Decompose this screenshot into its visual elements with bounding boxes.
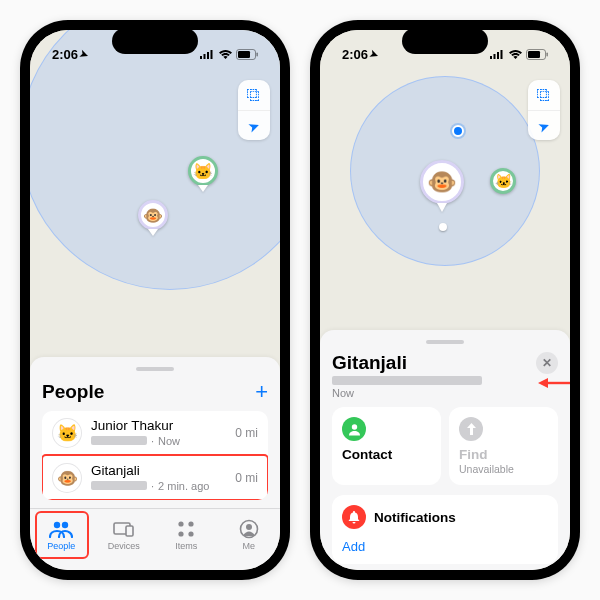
- detail-title: Gitanjali: [332, 352, 407, 374]
- cellular-icon: [200, 49, 215, 59]
- map-view[interactable]: 🐱 🐵 ⿻ ➤: [320, 30, 570, 330]
- pin-shadow-dot: [439, 223, 447, 231]
- map-controls: ⿻ ➤: [238, 80, 270, 140]
- cat-avatar-icon: 🐱: [188, 156, 218, 186]
- detail-timestamp: Now: [332, 387, 354, 399]
- svg-point-13: [179, 531, 184, 536]
- svg-rect-22: [528, 51, 540, 58]
- card-label: Contact: [342, 447, 431, 462]
- monkey-avatar-icon: 🐵: [52, 463, 82, 493]
- card-sublabel: Unavailable: [459, 463, 548, 475]
- person-distance: 0 mi: [235, 426, 258, 440]
- redacted-location: [91, 436, 147, 445]
- phone-right: 2:06 ➤ 🐱 🐵: [310, 20, 580, 580]
- add-notification-button[interactable]: Add: [342, 533, 548, 554]
- monkey-avatar-icon: 🐵: [138, 200, 168, 230]
- wifi-icon: [508, 49, 523, 60]
- map-pin-gitanjali-selected[interactable]: 🐵: [420, 160, 464, 212]
- svg-point-12: [189, 521, 194, 526]
- people-panel[interactable]: People + 🐱 Junior Thakur ·Now 0 mi 🐵: [30, 357, 280, 508]
- location-services-icon: ➤: [368, 47, 379, 60]
- location-arrow-icon: ➤: [246, 116, 263, 135]
- map-style-button[interactable]: ⿻: [528, 80, 560, 110]
- svg-point-26: [351, 424, 356, 429]
- person-name: Gitanjali: [91, 464, 226, 479]
- notifications-section: Notifications Add: [332, 495, 558, 564]
- me-icon: [239, 518, 259, 540]
- person-timestamp: 2 min. ago: [158, 480, 209, 492]
- map-pin-junior[interactable]: 🐱: [490, 168, 516, 194]
- cat-avatar-icon: 🐱: [490, 168, 516, 194]
- battery-icon: [526, 49, 548, 60]
- locate-me-button[interactable]: ➤: [238, 110, 270, 140]
- map-style-button[interactable]: ⿻: [238, 80, 270, 110]
- find-card[interactable]: Find Unavailable: [449, 407, 558, 485]
- svg-rect-3: [211, 50, 213, 59]
- tab-label: Me: [242, 541, 255, 551]
- tab-devices[interactable]: Devices: [93, 509, 156, 560]
- tab-label: Devices: [108, 541, 140, 551]
- location-arrow-icon: ➤: [536, 116, 553, 135]
- location-services-icon: ➤: [78, 47, 89, 60]
- map-pin-gitanjali[interactable]: 🐵: [138, 200, 168, 236]
- svg-rect-10: [126, 526, 133, 536]
- panel-title: People: [42, 381, 104, 403]
- close-button[interactable]: ✕: [536, 352, 558, 374]
- svg-rect-1: [204, 54, 206, 59]
- svg-rect-2: [207, 52, 209, 59]
- svg-point-11: [179, 521, 184, 526]
- person-timestamp: Now: [158, 435, 180, 447]
- svg-rect-18: [494, 54, 496, 59]
- svg-point-16: [246, 524, 252, 530]
- items-icon: [176, 518, 196, 540]
- contact-card[interactable]: Contact: [332, 407, 441, 485]
- section-label: Notifications: [374, 510, 456, 525]
- tab-me[interactable]: Me: [218, 509, 281, 560]
- monkey-avatar-icon: 🐵: [420, 160, 464, 204]
- cat-avatar-icon: 🐱: [52, 418, 82, 448]
- my-location-dot: [452, 125, 464, 137]
- people-row-gitanjali[interactable]: 🐵 Gitanjali ·2 min. ago 0 mi: [42, 455, 268, 500]
- close-icon: ✕: [542, 356, 552, 370]
- person-detail-panel[interactable]: Gitanjali ✕ Now Conta: [320, 330, 570, 570]
- person-name: Junior Thakur: [91, 419, 226, 434]
- drag-handle-icon[interactable]: [136, 367, 174, 371]
- cellular-icon: [490, 49, 505, 59]
- status-time: 2:06: [52, 47, 78, 62]
- map-style-icon: ⿻: [247, 87, 261, 103]
- card-label: Find: [459, 447, 548, 462]
- svg-rect-20: [501, 50, 503, 59]
- map-controls: ⿻ ➤: [528, 80, 560, 140]
- map-style-icon: ⿻: [537, 87, 551, 103]
- bell-icon: [342, 505, 366, 529]
- svg-rect-17: [490, 56, 492, 59]
- tab-people[interactable]: People: [30, 509, 93, 560]
- add-person-button[interactable]: +: [255, 379, 268, 405]
- tab-items[interactable]: Items: [155, 509, 218, 560]
- person-icon: [342, 417, 366, 441]
- people-row-junior[interactable]: 🐱 Junior Thakur ·Now 0 mi: [42, 411, 268, 455]
- locate-me-button[interactable]: ➤: [528, 110, 560, 140]
- arrow-up-icon: [459, 417, 483, 441]
- map-view[interactable]: 🐱 🐵 ⿻ ➤: [30, 30, 280, 357]
- tab-bar: People Devices Items Me: [30, 508, 280, 570]
- svg-rect-19: [497, 52, 499, 59]
- svg-rect-23: [547, 52, 548, 56]
- tab-label: Items: [175, 541, 197, 551]
- battery-icon: [236, 49, 258, 60]
- person-distance: 0 mi: [235, 471, 258, 485]
- svg-rect-5: [238, 51, 250, 58]
- phone-left: 2:06 ➤ 🐱 🐵: [20, 20, 290, 580]
- drag-handle-icon[interactable]: [426, 340, 464, 344]
- redacted-location: [332, 376, 482, 385]
- map-pin-junior[interactable]: 🐱: [188, 156, 218, 192]
- dynamic-island: [112, 28, 198, 54]
- svg-point-7: [54, 522, 60, 528]
- tab-label: People: [47, 541, 75, 551]
- dynamic-island: [402, 28, 488, 54]
- people-list: 🐱 Junior Thakur ·Now 0 mi 🐵 Gitanjali ·2…: [42, 411, 268, 500]
- svg-point-8: [62, 522, 68, 528]
- wifi-icon: [218, 49, 233, 60]
- status-time: 2:06: [342, 47, 368, 62]
- svg-rect-0: [200, 56, 202, 59]
